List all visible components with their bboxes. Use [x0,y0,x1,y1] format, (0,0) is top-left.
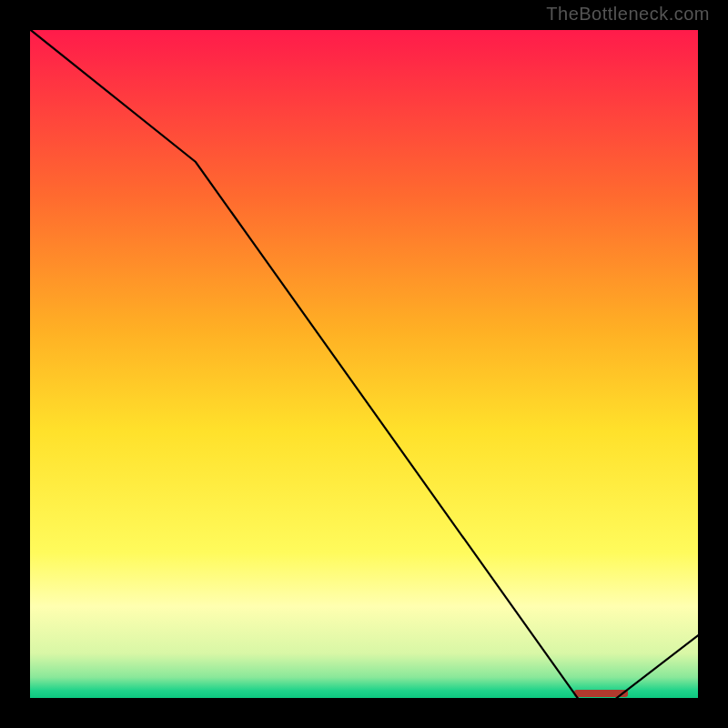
gradient-background [27,27,701,701]
chart-plot-area [27,27,701,701]
watermark-text: TheBottleneck.com [546,4,710,25]
chart-svg [27,27,701,701]
